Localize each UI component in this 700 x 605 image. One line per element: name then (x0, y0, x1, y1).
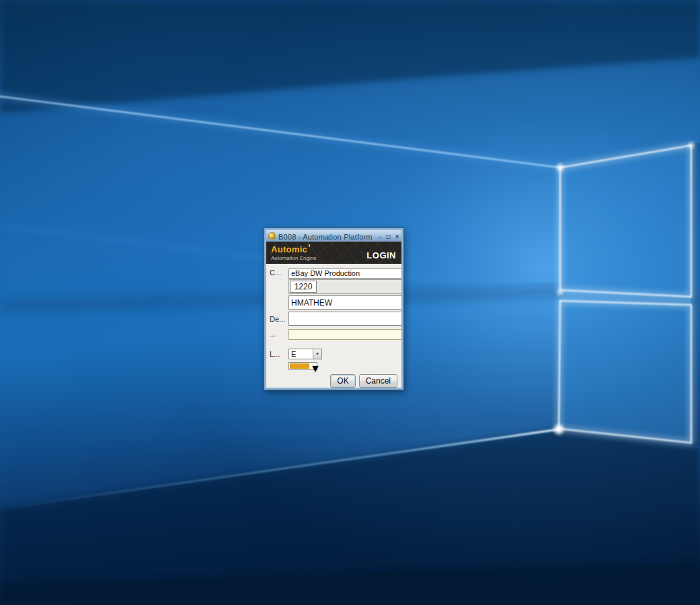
login-window: B008 - Automation Platform – ▢ ✕ Automic… (264, 228, 403, 390)
chevron-down-icon[interactable]: ▼ (313, 349, 321, 359)
brand-header: Automic Automation Engine LOGIN (266, 242, 401, 264)
desktop: B008 - Automation Platform – ▢ ✕ Automic… (0, 0, 700, 605)
port-input[interactable] (290, 281, 317, 293)
titlebar[interactable]: B008 - Automation Platform – ▢ ✕ (266, 230, 401, 242)
department-input[interactable] (288, 312, 402, 326)
login-mode-label: LOGIN (366, 250, 396, 260)
username-input[interactable] (288, 295, 402, 310)
password-label: ... (270, 330, 288, 338)
department-label: De... (270, 315, 288, 323)
app-icon (268, 232, 276, 240)
close-icon[interactable]: ✕ (395, 234, 399, 240)
window-title: B008 - Automation Platform (278, 233, 379, 241)
login-form: C... De... ... L... (266, 264, 401, 388)
language-label: L... (270, 350, 288, 358)
port-field-group (288, 279, 402, 294)
minimize-icon[interactable]: – (379, 234, 381, 240)
ok-button[interactable]: OK (330, 374, 355, 388)
connection-input[interactable] (288, 269, 402, 279)
button-bar: OK Cancel (270, 370, 401, 388)
language-dropdown[interactable]: E ▼ (288, 349, 322, 359)
color-dropdown[interactable]: ▼ (288, 362, 317, 370)
color-swatch (290, 363, 309, 369)
cancel-button[interactable]: Cancel (359, 374, 397, 388)
connection-label: C... (270, 269, 288, 277)
chevron-down-icon[interactable]: ▼ (310, 363, 317, 369)
password-input[interactable] (288, 329, 402, 340)
language-value: E (289, 349, 313, 359)
maximize-icon[interactable]: ▢ (386, 234, 391, 240)
